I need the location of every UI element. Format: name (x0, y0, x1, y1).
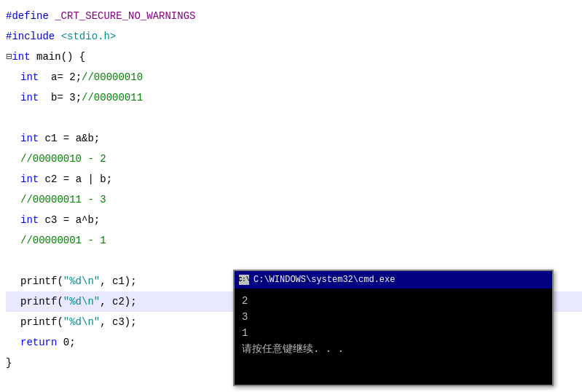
code-token: int (12, 47, 30, 67)
code-token: #include (6, 26, 61, 47)
cmd-icon: C:\ (239, 275, 249, 285)
code-token: , c2); (100, 291, 136, 312)
code-line: int c1 = a&b; (6, 128, 582, 149)
code-token: 0; (57, 332, 75, 353)
code-token: ⊟ (6, 47, 12, 67)
terminal-body: 2 3 1 请按任意键继续. . . (235, 289, 552, 385)
code-token: //00000011 (82, 87, 143, 108)
code-token: <stdio.h> (61, 26, 117, 47)
code-token: main() { (31, 47, 86, 67)
code-line: //00000001 - 1 (6, 230, 582, 251)
code-token: "%d\n" (63, 291, 100, 312)
code-token: //00000010 (82, 67, 143, 87)
code-token: printf( (20, 291, 63, 312)
code-line: int c2 = a | b; (6, 169, 582, 189)
terminal-output-line-4: 请按任意键继续. . . (242, 341, 545, 357)
code-line: int b= 3;//00000011 (6, 87, 582, 108)
terminal-output-line-1: 2 (242, 293, 545, 309)
code-token: int (20, 128, 39, 149)
terminal-output-line-3: 1 (242, 325, 545, 341)
code-token: //00000001 - 1 (20, 230, 106, 251)
code-token: c1 = a&b; (39, 128, 100, 149)
code-line: //00000011 - 3 (6, 189, 582, 210)
code-line: int c3 = a^b; (6, 210, 582, 230)
code-token: , c1); (100, 271, 136, 291)
terminal-output-line-2: 3 (242, 309, 545, 325)
code-token: } (6, 353, 12, 373)
code-token: return (20, 332, 57, 353)
terminal-title: C:\WINDOWS\system32\cmd.exe (253, 275, 395, 285)
code-token: printf( (20, 271, 63, 291)
code-line: #include <stdio.h> (6, 26, 582, 47)
code-line: int a= 2;//00000010 (6, 67, 582, 87)
code-line (6, 251, 582, 271)
code-token: _CRT_SECURE_NO_WARNINGS (55, 6, 195, 26)
code-token: #define (6, 6, 55, 26)
code-token: int (20, 67, 39, 87)
code-token: a= 2; (39, 67, 82, 87)
code-line: //00000010 - 2 (6, 149, 582, 169)
code-token: , c3); (100, 312, 136, 332)
code-token: b= 3; (39, 87, 82, 108)
code-token: c3 = a^b; (39, 210, 100, 230)
code-token: int (20, 169, 39, 189)
code-token: "%d\n" (63, 312, 100, 332)
code-token: printf( (20, 312, 63, 332)
code-token: //00000010 - 2 (20, 149, 106, 169)
terminal-window[interactable]: C:\ C:\WINDOWS\system32\cmd.exe 2 3 1 请按… (233, 270, 554, 386)
code-line (6, 108, 582, 128)
code-token: c2 = a | b; (39, 169, 112, 189)
code-line: #define _CRT_SECURE_NO_WARNINGS (6, 6, 582, 26)
code-token: int (20, 87, 39, 108)
editor-area: #define _CRT_SECURE_NO_WARNINGS#include … (0, 0, 582, 392)
code-token: //00000011 - 3 (20, 189, 106, 210)
code-line: ⊟int main() { (6, 47, 582, 67)
terminal-titlebar: C:\ C:\WINDOWS\system32\cmd.exe (235, 271, 552, 289)
code-token: int (20, 210, 39, 230)
code-token: "%d\n" (63, 271, 100, 291)
